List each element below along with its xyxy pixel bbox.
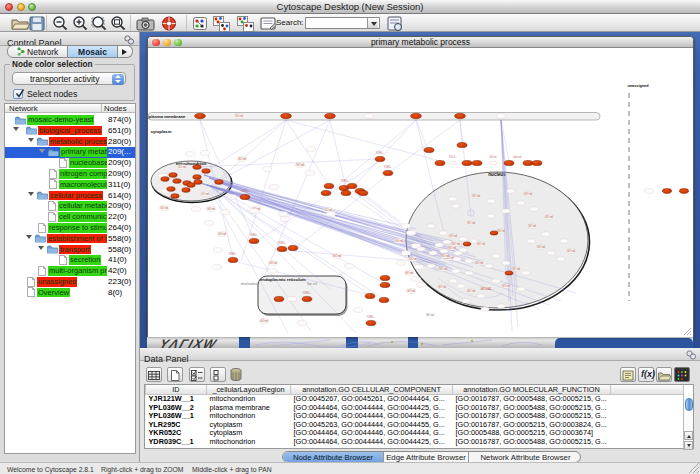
svg-text:GO:nd: GO:nd <box>449 234 457 238</box>
svg-text:GO:nd: GO:nd <box>477 242 485 246</box>
svg-text:GO:nd: GO:nd <box>260 319 268 323</box>
svg-text:YDR0...: YDR0... <box>366 315 375 319</box>
svg-text:YDR0...: YDR0... <box>249 233 258 237</box>
svg-text:YDR0...: YDR0... <box>340 179 349 183</box>
svg-text:GO:nd: GO:nd <box>160 206 168 210</box>
svg-text:GO:nd: GO:nd <box>524 192 532 196</box>
svg-text:GO:nd: GO:nd <box>201 192 209 196</box>
svg-text:GO:nd: GO:nd <box>472 194 480 198</box>
svg-text:GO:nd: GO:nd <box>395 239 403 243</box>
svg-text:GO:nd: GO:nd <box>567 249 575 253</box>
svg-text:GO:nd: GO:nd <box>324 208 332 212</box>
svg-text:YDR0...: YDR0... <box>383 165 392 169</box>
svg-text:GO:nd: GO:nd <box>438 285 446 289</box>
svg-text:GO:nd: GO:nd <box>405 271 413 275</box>
svg-text:GO:nd: GO:nd <box>528 224 536 228</box>
svg-text:GO:nd: GO:nd <box>497 229 505 233</box>
svg-text:GO:te: GO:te <box>490 155 497 159</box>
svg-text:GO:nd: GO:nd <box>545 215 553 219</box>
svg-text:GO:nd: GO:nd <box>178 165 186 169</box>
svg-text:YDR0...: YDR0... <box>302 291 311 295</box>
svg-text:GO:nd: GO:nd <box>207 207 215 211</box>
svg-text:GO:nd: GO:nd <box>296 163 304 167</box>
svg-text:GO:nd: GO:nd <box>467 289 475 293</box>
svg-text:Site cell: Site cell <box>307 282 317 286</box>
svg-text:GO:nd: GO:nd <box>235 114 243 118</box>
svg-text:YDL0...: YDL0... <box>449 155 458 159</box>
svg-text:GO:nd: GO:nd <box>238 157 246 161</box>
svg-text:GO:nd: GO:nd <box>475 261 483 265</box>
svg-text:GO:nd: GO:nd <box>409 257 417 261</box>
svg-text:endoplasmic reticulum: endoplasmic reticulum <box>260 277 306 282</box>
svg-text:GO:nd: GO:nd <box>218 232 226 236</box>
svg-text:GO:nd: GO:nd <box>452 242 460 246</box>
svg-text:unassigned: unassigned <box>627 84 649 88</box>
svg-text:YDR0...: YDR0... <box>375 151 384 155</box>
svg-text:cytoplasm: cytoplasm <box>151 129 172 134</box>
svg-text:GO:nd: GO:nd <box>512 267 520 271</box>
svg-text:GO:nd: GO:nd <box>407 289 415 293</box>
svg-text:GO:nd: GO:nd <box>333 254 341 258</box>
svg-text:GO:044...: GO:044... <box>480 287 493 291</box>
svg-text:YDR0...: YDR0... <box>240 189 249 193</box>
svg-text:GO:nd: GO:nd <box>502 284 510 288</box>
svg-text:GO:nd: GO:nd <box>269 261 277 265</box>
svg-text:GO:nd: GO:nd <box>441 254 449 258</box>
svg-text:GO:nd: GO:nd <box>537 245 545 249</box>
svg-text:mitochondrial: mitochondrial <box>241 282 258 286</box>
svg-text:GO:nd: GO:nd <box>439 267 447 271</box>
svg-text:YDR0...: YDR0... <box>277 241 286 245</box>
svg-text:YDR0...: YDR0... <box>228 252 237 256</box>
svg-text:GO:nd: GO:nd <box>467 221 475 225</box>
svg-text:GO:nd: GO:nd <box>448 246 456 250</box>
svg-text:ribo nd: ribo nd <box>513 155 521 159</box>
svg-text:GO:nd: GO:nd <box>426 313 435 317</box>
svg-text:plasma membrane: plasma membrane <box>149 114 186 119</box>
